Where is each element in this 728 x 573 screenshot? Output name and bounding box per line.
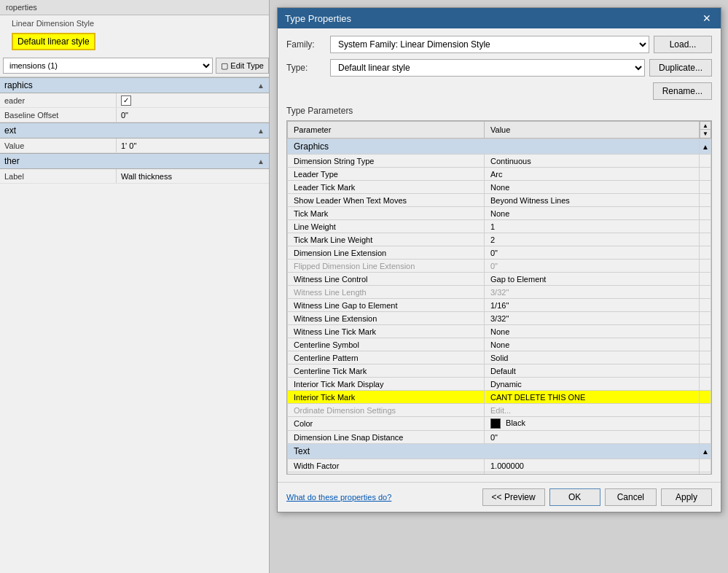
- param-value[interactable]: Dynamic: [485, 378, 700, 391]
- table-row[interactable]: Centerline Tick Mark Default: [288, 365, 711, 378]
- edit-type-icon: ▢: [221, 61, 228, 71]
- other-section-header[interactable]: ther ▲: [0, 153, 269, 169]
- param-name: Line Weight: [288, 220, 485, 233]
- table-row[interactable]: Centerline Symbol None: [288, 338, 711, 351]
- param-value[interactable]: Solid: [485, 351, 700, 365]
- table-row[interactable]: Leader Tick Mark None: [288, 181, 711, 194]
- text-section-header[interactable]: ext ▲: [0, 122, 269, 139]
- left-panel-title: roperties: [0, 0, 269, 15]
- param-value[interactable]: CANT DELETE THIS ONE: [485, 391, 700, 404]
- param-name: Centerline Symbol: [288, 338, 485, 351]
- param-value[interactable]: 3/32": [485, 312, 700, 325]
- param-name: Centerline Pattern: [288, 351, 485, 365]
- table-row[interactable]: Witness Line Control Gap to Element: [288, 273, 711, 286]
- param-name: Witness Line Tick Mark: [288, 325, 485, 338]
- param-value[interactable]: 0": [485, 431, 700, 444]
- ok-button[interactable]: OK: [549, 488, 600, 506]
- table-row[interactable]: Tick Mark Line Weight 2: [288, 233, 711, 246]
- left-panel: roperties Linear Dimension Style Default…: [0, 0, 270, 573]
- col-header-parameter: Parameter: [288, 122, 485, 139]
- dialog-titlebar: Type Properties ✕: [278, 8, 721, 28]
- param-value[interactable]: 1/16": [485, 299, 700, 312]
- table-row[interactable]: Centerline Pattern Solid: [288, 351, 711, 365]
- help-link[interactable]: What do these properties do?: [286, 493, 391, 502]
- table-scroll-container[interactable]: Graphics ▲ Dimension String Type Continu…: [287, 139, 711, 474]
- left-panel-selected-style: Default linear style: [12, 33, 95, 50]
- table-row[interactable]: Dimension Line Extension 0": [288, 246, 711, 260]
- param-value[interactable]: None: [485, 338, 700, 351]
- dialog-close-button[interactable]: ✕: [700, 12, 713, 25]
- prop-value-value: 1' 0": [117, 139, 269, 152]
- rename-row: Rename...: [286, 82, 712, 100]
- table-row[interactable]: Width Factor 1.000000: [288, 459, 711, 472]
- param-name: Interior Tick Mark Display: [288, 378, 485, 391]
- sort-down-btn[interactable]: ▼: [700, 130, 711, 138]
- table-row[interactable]: Ordinate Dimension Settings Edit...: [288, 404, 711, 417]
- table-row[interactable]: Witness Line Extension 3/32": [288, 312, 711, 325]
- family-select[interactable]: System Family: Linear Dimension Style: [330, 36, 649, 53]
- table-row[interactable]: Underline: [288, 472, 711, 474]
- family-label: Family:: [286, 39, 330, 50]
- param-value[interactable]: 0": [485, 260, 700, 273]
- table-row[interactable]: Witness Line Length 3/32": [288, 286, 711, 299]
- param-value[interactable]: 2: [485, 233, 700, 246]
- param-value[interactable]: 1.000000: [485, 459, 700, 472]
- param-value[interactable]: 3/32": [485, 286, 700, 299]
- leader-checkbox[interactable]: ✓: [121, 96, 131, 106]
- cancel-button[interactable]: Cancel: [605, 488, 657, 506]
- table-row[interactable]: Flipped Dimension Line Extension 0": [288, 260, 711, 273]
- params-table-header: Parameter Value ▲ ▼: [287, 121, 711, 139]
- param-name: Tick Mark Line Weight: [288, 233, 485, 246]
- type-select[interactable]: Default linear style: [330, 59, 645, 77]
- table-row[interactable]: Show Leader When Text Moves Beyond Witne…: [288, 194, 711, 207]
- sort-up-btn[interactable]: ▲: [700, 122, 711, 130]
- param-value[interactable]: Edit...: [485, 404, 700, 417]
- table-row[interactable]: Color Black: [288, 417, 711, 431]
- param-value[interactable]: [485, 472, 700, 474]
- table-row[interactable]: Witness Line Tick Mark None: [288, 325, 711, 338]
- graphics-section-header[interactable]: raphics ▲: [0, 77, 269, 93]
- table-row[interactable]: Dimension String Type Continuous: [288, 155, 711, 168]
- table-row[interactable]: Interior Tick Mark CANT DELETE THIS ONE: [288, 391, 711, 404]
- prop-value-label: Wall thickness: [117, 169, 269, 183]
- load-button[interactable]: Load...: [654, 36, 712, 53]
- param-value[interactable]: None: [485, 181, 700, 194]
- param-value[interactable]: Continuous: [485, 155, 700, 168]
- dialog-title: Type Properties: [285, 13, 351, 24]
- prop-label-baseline-offset: Baseline Offset: [0, 108, 117, 122]
- text-collapse-icon: ▲: [257, 127, 265, 135]
- table-row[interactable]: Line Weight 1: [288, 220, 711, 233]
- table-row[interactable]: Dimension Line Snap Distance 0": [288, 431, 711, 444]
- dialog-footer: What do these properties do? << Preview …: [278, 482, 721, 512]
- param-value[interactable]: 0": [485, 246, 700, 260]
- table-row[interactable]: Witness Line Gap to Element 1/16": [288, 299, 711, 312]
- preview-button[interactable]: << Preview: [482, 488, 545, 506]
- prop-value-leader: ✓: [117, 93, 269, 107]
- param-name: Dimension Line Extension: [288, 246, 485, 260]
- type-label: Type:: [286, 63, 330, 73]
- table-row[interactable]: Leader Type Arc: [288, 168, 711, 181]
- type-properties-dialog: Type Properties ✕ Family: System Family:…: [277, 7, 721, 512]
- param-name: Witness Line Extension: [288, 312, 485, 325]
- param-value[interactable]: Arc: [485, 168, 700, 181]
- param-value[interactable]: 1: [485, 220, 700, 233]
- dimensions-select[interactable]: imensions (1): [3, 58, 213, 74]
- footer-buttons: << Preview OK Cancel Apply: [482, 488, 712, 506]
- graphics-collapse-icon: ▲: [257, 82, 265, 90]
- rename-button[interactable]: Rename...: [653, 82, 712, 100]
- param-value[interactable]: None: [485, 207, 700, 220]
- apply-button[interactable]: Apply: [661, 488, 712, 506]
- table-row[interactable]: Tick Mark None: [288, 207, 711, 220]
- param-name: Flipped Dimension Line Extension: [288, 260, 485, 273]
- edit-type-button[interactable]: ▢ Edit Type: [216, 58, 269, 74]
- col-header-value: Value: [485, 122, 700, 139]
- param-value[interactable]: None: [485, 325, 700, 338]
- duplicate-button[interactable]: Duplicate...: [649, 59, 712, 77]
- table-row[interactable]: Interior Tick Mark Display Dynamic: [288, 378, 711, 391]
- param-value[interactable]: Gap to Element: [485, 273, 700, 286]
- param-value[interactable]: Black: [485, 417, 700, 431]
- prop-row-leader: eader ✓: [0, 93, 269, 108]
- param-value[interactable]: Beyond Witness Lines: [485, 194, 700, 207]
- param-name: Centerline Tick Mark: [288, 365, 485, 378]
- param-value[interactable]: Default: [485, 365, 700, 378]
